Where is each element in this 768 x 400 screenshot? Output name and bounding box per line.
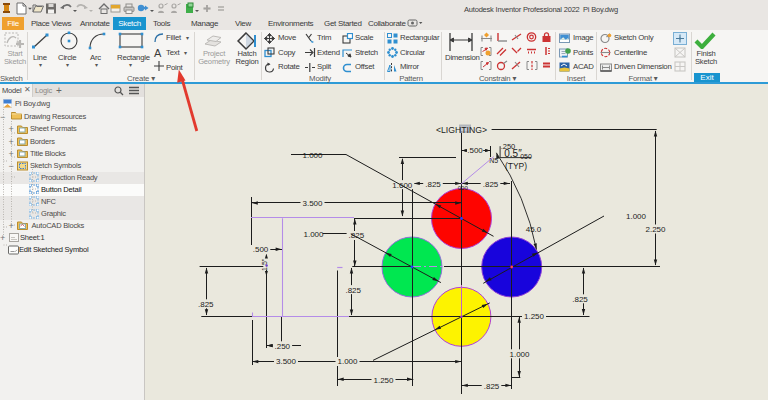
svg-text:.825: .825	[349, 231, 365, 240]
svg-text:1.000: 1.000	[337, 357, 358, 366]
svg-text:.825: .825	[345, 286, 361, 295]
svg-text:000: 000	[458, 185, 469, 191]
svg-text:1.000: 1.000	[509, 350, 530, 359]
svg-text:1.000: 1.000	[626, 212, 647, 221]
svg-text:050: 050	[520, 153, 532, 160]
svg-text:.250: .250	[275, 342, 291, 351]
svg-text:1.250: 1.250	[373, 376, 394, 385]
svg-text:1.000: 1.000	[303, 230, 324, 239]
svg-text:.500: .500	[467, 146, 483, 155]
svg-text:.825: .825	[198, 300, 214, 309]
svg-text:(TYP): (TYP)	[505, 161, 527, 171]
svg-text:1.250: 1.250	[524, 312, 545, 321]
svg-text:3.500: 3.500	[276, 357, 297, 366]
svg-text:45.0: 45.0	[526, 225, 542, 234]
svg-text:.500: .500	[253, 245, 269, 254]
svg-text:2.250: 2.250	[645, 225, 666, 234]
svg-text:.825: .825	[484, 382, 500, 391]
svg-text:3.500: 3.500	[302, 199, 323, 208]
svg-text:.825: .825	[483, 180, 499, 189]
svg-text:<LIGHTING>: <LIGHTING>	[436, 125, 487, 135]
svg-text:.825: .825	[572, 295, 588, 304]
svg-text:.825: .825	[425, 180, 441, 189]
svg-text:1.000: 1.000	[302, 151, 323, 160]
